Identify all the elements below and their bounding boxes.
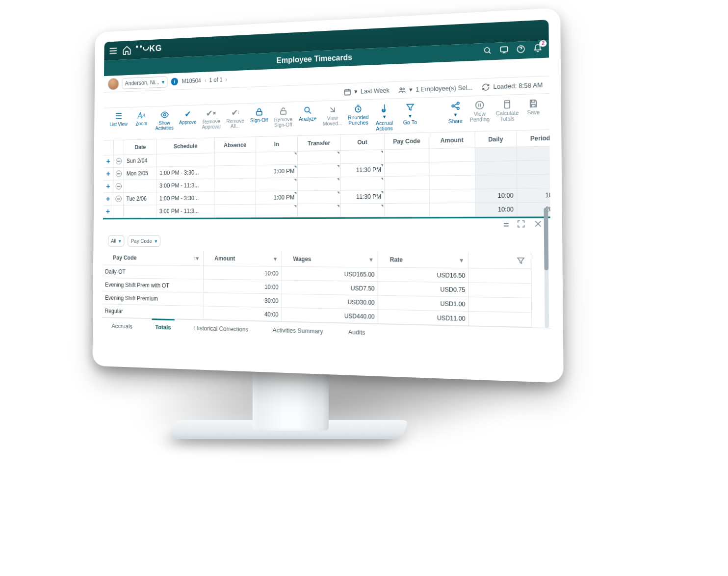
col-transfer[interactable]: Transfer (298, 135, 340, 152)
add-row-button[interactable]: + (103, 181, 113, 193)
cell-in[interactable] (256, 152, 298, 165)
cell-rate[interactable]: USD0.75 (378, 282, 469, 297)
chat-icon[interactable] (499, 45, 509, 57)
approve-button[interactable]: ✔Approve (177, 108, 199, 126)
search-icon[interactable] (483, 46, 492, 57)
remove-approval-button[interactable]: ✔✖Remove Approval (200, 107, 223, 131)
cell-schedule[interactable]: 3:00 PM - 11:3... (157, 179, 215, 192)
col-out[interactable]: Out (341, 134, 385, 151)
info-icon[interactable]: i (171, 78, 178, 85)
analyze-button[interactable]: Analyze (296, 104, 319, 123)
cell-schedule[interactable]: 1:00 PM - 3:30... (157, 166, 215, 180)
sort-ascending-icon[interactable]: ↑▾ (193, 255, 199, 262)
lock-icon (255, 107, 264, 117)
cell-schedule[interactable] (157, 153, 215, 167)
tot-col-rate[interactable]: Rate▾ (378, 252, 468, 268)
menu-icon[interactable] (108, 45, 118, 56)
home-icon[interactable] (122, 45, 131, 55)
cell-out[interactable]: 11:30 PM (341, 163, 385, 178)
add-row-button[interactable]: + (103, 206, 113, 218)
cell-in[interactable]: 1:00 PM (256, 191, 298, 204)
cell-date[interactable]: Mon 2/05 (124, 167, 156, 180)
cell-date[interactable]: Tue 2/06 (124, 192, 157, 205)
loaded-time[interactable]: Loaded: 8:58 AM (482, 81, 543, 91)
sign-off-button[interactable]: Sign-Off (248, 106, 270, 125)
cell-paycode[interactable]: Evening Shift Prem with OT (103, 278, 204, 293)
add-row-button[interactable]: + (103, 168, 113, 181)
cell-wages[interactable]: USD165.00 (282, 267, 378, 282)
cell-paycode[interactable]: Evening Shift Premium (103, 291, 204, 307)
tot-col-wages[interactable]: Wages▾ (282, 251, 378, 268)
row-toggle[interactable] (113, 180, 124, 193)
col-date[interactable]: Date (124, 139, 157, 155)
cell-wages[interactable]: USD30.00 (282, 294, 378, 310)
row-toggle[interactable] (113, 168, 124, 181)
avatar[interactable] (108, 78, 119, 89)
col-schedule[interactable]: Schedule (157, 138, 215, 154)
expand-icon[interactable] (516, 219, 526, 231)
cell-schedule[interactable]: 1:00 PM - 3:30... (156, 192, 214, 205)
view-moved-button[interactable]: View Moved... (321, 104, 344, 128)
cell-paycode[interactable]: Daily-OT (103, 265, 204, 279)
cell-wages[interactable]: USD7.50 (282, 281, 378, 296)
scrollbar-thumb[interactable] (544, 208, 548, 270)
tab-accruals[interactable]: Accruals (102, 318, 142, 335)
cell-amount[interactable]: 30:00 (204, 293, 282, 308)
tab-audits[interactable]: Audits (338, 323, 376, 341)
col-paycode[interactable]: Pay Code (385, 133, 429, 150)
tot-col-paycode[interactable]: Pay Code↑▾ (103, 250, 204, 266)
chevron-left-icon[interactable]: ‹ (205, 77, 207, 84)
zoom-button[interactable]: AAZoom (131, 109, 152, 127)
rounded-punches-button[interactable]: Rounded Punches (346, 103, 370, 127)
share-button[interactable]: ▾ Share (445, 100, 466, 126)
tot-col-amount[interactable]: Amount▾ (204, 251, 282, 267)
tab-activities-summary[interactable]: Activities Summary (262, 322, 334, 340)
filter-all-select[interactable]: All▾ (108, 236, 125, 247)
cell-amount[interactable]: 10:00 (204, 266, 282, 280)
row-toggle[interactable] (114, 155, 124, 168)
calculate-totals-button[interactable]: Calculate Totals (494, 98, 520, 123)
cell-rate[interactable]: USD1.00 (378, 296, 469, 312)
cell-amount[interactable]: 40:00 (204, 306, 282, 321)
cell-date[interactable]: Sun 2/04 (124, 155, 157, 168)
save-button[interactable]: Save (523, 97, 544, 117)
notifications-icon[interactable]: 2 (533, 44, 543, 55)
cell-rate[interactable]: USD16.50 (378, 267, 468, 283)
cell-out[interactable] (341, 150, 385, 164)
chevron-down-icon[interactable]: ▾ (274, 255, 277, 262)
add-row-button[interactable]: + (103, 193, 113, 206)
col-in[interactable]: In (256, 136, 298, 152)
list-view-button[interactable]: ☰List View (108, 110, 130, 128)
help-icon[interactable] (516, 44, 525, 56)
tab-totals[interactable]: Totals (145, 319, 181, 336)
col-amount[interactable]: Amount (429, 131, 475, 149)
col-period[interactable]: Period (517, 130, 551, 147)
view-pending-button[interactable]: View Pending (468, 99, 492, 124)
cell-amount[interactable]: 10:00 (204, 280, 282, 294)
chevron-right-icon[interactable]: › (225, 76, 227, 83)
col-daily[interactable]: Daily (475, 131, 517, 148)
close-icon[interactable] (533, 219, 543, 231)
chevron-down-icon[interactable]: ▾ (369, 256, 372, 262)
row-toggle[interactable] (113, 193, 124, 206)
filter-button[interactable] (468, 252, 531, 269)
remove-signoff-button[interactable]: Remove Sign-Off (272, 105, 295, 129)
cell-wages[interactable]: USD440.00 (282, 308, 378, 324)
cell-schedule[interactable]: 3:00 PM - 11:3... (156, 205, 214, 218)
cell-out[interactable]: 11:30 PM (341, 190, 385, 204)
chevron-down-icon[interactable]: ▾ (460, 257, 463, 264)
cell-in[interactable]: 1:00 PM (256, 165, 298, 179)
filter-paycode-select[interactable]: Pay Code▾ (128, 236, 160, 247)
equals-icon[interactable]: = (503, 219, 509, 230)
go-to-button[interactable]: ▾ Go To (398, 101, 422, 127)
add-row-button[interactable]: + (104, 155, 114, 168)
employee-picker[interactable]: Anderson, Ni... ▾ (122, 76, 167, 89)
show-activities-button[interactable]: Show Activities (154, 109, 176, 132)
date-range-picker[interactable]: ▾ Last Week (343, 86, 389, 96)
remove-all-button[interactable]: ✔⁞Remove All... (224, 106, 246, 130)
cell-rate[interactable]: USD11.00 (378, 310, 469, 326)
tab-historical[interactable]: Historical Corrections (184, 320, 259, 338)
accrual-actions-button[interactable]: ▾ Accrual Actions (372, 102, 396, 132)
col-absence[interactable]: Absence (215, 137, 256, 153)
employee-selection[interactable]: ▾ 1 Employee(s) Sel... (398, 83, 473, 94)
